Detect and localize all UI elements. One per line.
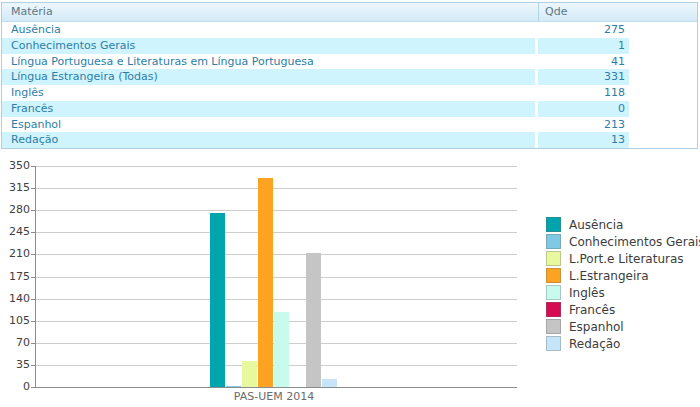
y-axis-label: 175: [4, 271, 30, 283]
page: Matéria Qde Ausência 275 Conhecimentos G…: [0, 0, 700, 407]
materia-cell: Língua Estrangeira (Todas): [2, 69, 538, 85]
y-axis-label: 70: [4, 337, 30, 349]
qde-cell: 41: [538, 54, 629, 70]
table-row: Língua Portuguesa e Literaturas em Língu…: [2, 54, 632, 70]
legend-label: Inglês: [569, 286, 605, 300]
gridline: [36, 232, 517, 233]
qde-cell: 13: [538, 132, 629, 148]
bar-ingl-s: [274, 312, 289, 387]
materia-cell: Inglês: [2, 85, 538, 101]
y-axis-label: 35: [4, 359, 30, 371]
y-axis-label: 315: [4, 182, 30, 194]
legend-label: Ausência: [569, 218, 623, 232]
legend-item: Inglês: [546, 284, 700, 301]
legend-swatch: [546, 251, 561, 266]
legend-item: Conhecimentos Gerais: [546, 233, 700, 250]
materia-cell: Francês: [2, 101, 538, 117]
legend-item: L.Estrangeira: [546, 267, 700, 284]
y-axis-label: 140: [4, 293, 30, 305]
bar-l-port-e-literaturas: [242, 361, 257, 387]
table-row: Língua Estrangeira (Todas) 331: [2, 69, 632, 85]
bar-conhecimentos-gerais: [226, 386, 241, 387]
y-axis-label: 245: [4, 226, 30, 238]
legend-swatch: [546, 234, 561, 249]
legend-label: Redação: [569, 337, 620, 351]
x-axis: [35, 387, 517, 388]
y-axis-label: 280: [4, 204, 30, 216]
gridline: [36, 299, 517, 300]
bar-aus-ncia: [210, 213, 225, 387]
y-axis-label: 0: [4, 381, 30, 393]
qde-cell: 118: [538, 85, 629, 101]
bar-reda-o: [322, 379, 337, 387]
legend-swatch: [546, 217, 561, 232]
table-row: Francês 0: [2, 101, 632, 117]
table-row: Conhecimentos Gerais 1: [2, 38, 632, 54]
qde-cell: 213: [538, 117, 629, 133]
table-header-row: Matéria Qde: [2, 3, 697, 22]
x-axis-label: PAS-UEM 2014: [199, 390, 349, 403]
qde-cell: 0: [538, 101, 629, 117]
legend-label: Espanhol: [569, 320, 624, 334]
table-body: Ausência 275 Conhecimentos Gerais 1 Líng…: [2, 22, 632, 148]
legend-swatch: [546, 336, 561, 351]
legend-swatch: [546, 319, 561, 334]
legend-label: L.Port.e Literaturas: [569, 252, 684, 266]
legend-swatch: [546, 302, 561, 317]
legend-swatch: [546, 268, 561, 283]
legend-label: Francês: [569, 303, 615, 317]
qde-cell: 331: [538, 69, 629, 85]
table-row: Ausência 275: [2, 22, 632, 38]
legend-item: Espanhol: [546, 318, 700, 335]
table-row: Redação 13: [2, 132, 632, 148]
legend-item: Francês: [546, 301, 700, 318]
legend-item: Ausência: [546, 216, 700, 233]
gridline: [36, 166, 517, 167]
column-header-materia: Matéria: [2, 3, 538, 21]
bar-espanhol: [306, 253, 321, 387]
qde-cell: 1: [538, 38, 629, 54]
materia-cell: Língua Portuguesa e Literaturas em Língu…: [2, 54, 538, 70]
column-header-qde: Qde: [538, 3, 697, 21]
materia-cell: Redação: [2, 132, 538, 148]
chart-legend: AusênciaConhecimentos GeraisL.Port.e Lit…: [546, 216, 700, 352]
table-row: Inglês 118: [2, 85, 632, 101]
gridline: [36, 254, 517, 255]
gridline: [36, 277, 517, 278]
legend-item: L.Port.e Literaturas: [546, 250, 700, 267]
y-axis-label: 350: [4, 160, 30, 172]
gridline: [36, 188, 517, 189]
y-axis-label: 210: [4, 248, 30, 260]
legend-label: L.Estrangeira: [569, 269, 649, 283]
materia-cell: Ausência: [2, 22, 538, 38]
subjects-table: Matéria Qde Ausência 275 Conhecimentos G…: [1, 2, 698, 149]
y-axis-label: 105: [4, 315, 30, 327]
qde-cell: 275: [538, 22, 629, 38]
materia-cell: Conhecimentos Gerais: [2, 38, 538, 54]
legend-item: Redação: [546, 335, 700, 352]
legend-label: Conhecimentos Gerais: [569, 235, 700, 249]
y-axis: [35, 166, 36, 388]
materia-cell: Espanhol: [2, 117, 538, 133]
legend-swatch: [546, 285, 561, 300]
bar-l-estrangeira: [258, 178, 273, 387]
gridline: [36, 210, 517, 211]
table-row: Espanhol 213: [2, 117, 632, 133]
